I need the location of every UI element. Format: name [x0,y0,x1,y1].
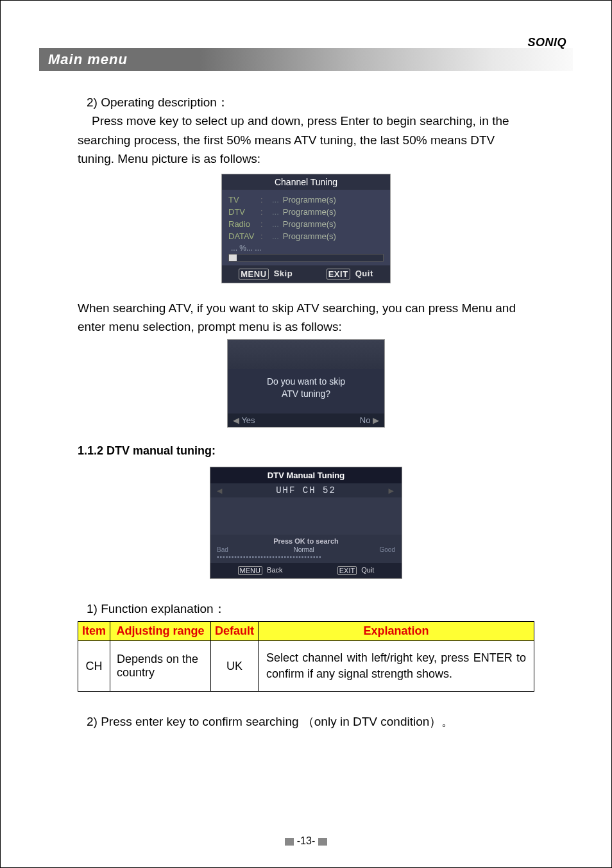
osd-row-value: Programme(s) [283,219,336,229]
osd-row-dtv: DTV : ... Programme(s) [228,206,384,218]
osd-progress-text: ... %... ... [228,242,384,254]
progress-bar [228,254,384,262]
subheading-dtv-manual: 1.1.2 DTV manual tuning: [39,440,573,464]
table-cell-item: CH [78,640,110,691]
dtv-quit-hint: EXIT Quit [337,566,375,575]
dtv-signal-normal: Normal [294,546,314,553]
menu-key-icon: MENU [238,566,262,575]
table-header-default: Default [210,621,258,640]
dtv-signal-bad: Bad [217,546,228,553]
skip-dialog-footer: Yes No [228,413,384,427]
table-header-explanation: Explanation [258,621,534,640]
table-cell-range: Depends on the country [110,640,211,691]
exit-key-icon: EXIT [337,566,357,575]
osd-skip-hint: MENU Skip [239,269,293,280]
osd-row-dots: ... [272,231,279,241]
skip-dialog-line1: Do you want to skip [228,376,384,388]
exit-key-icon: EXIT [327,269,350,280]
skip-dialog-top [228,340,384,369]
page-number: -13- [1,835,611,847]
document-page: SONIQ Main menu 2) Operating description… [1,1,611,749]
osd-row-dots: ... [272,207,279,217]
press-enter-paragraph: 2) Press enter key to confirm searching … [39,692,573,730]
osd-quit-hint: EXIT Quit [327,269,373,280]
skip-atv-dialog: Do you want to skip ATV tuning? Yes No [227,339,385,428]
title-bar-text: Main menu [48,51,128,67]
title-bar: Main menu [39,48,573,71]
osd-footer: MENU Skip EXIT Quit [222,265,390,283]
osd-row-value: Programme(s) [283,231,336,241]
section-2-paragraph: Press move key to select up and down, pr… [78,112,534,168]
dtv-channel-display: UHF CH 52 [210,483,402,497]
dtv-signal-labels: Bad Normal Good [210,546,402,553]
osd-title: Channel Tuning [222,174,390,190]
dtv-back-hint: MENU Back [238,566,283,575]
page-decor-left-icon [285,838,294,846]
atv-skip-paragraph: When searching ATV, if you want to skip … [39,299,573,337]
osd-row-value: Programme(s) [283,207,336,217]
osd-row-label: Radio [228,219,260,229]
table-cell-default: UK [210,640,258,691]
osd-row-value: Programme(s) [283,195,336,204]
dtv-quit-label: Quit [361,566,374,574]
osd-row-label: TV [228,195,260,204]
osd-row-datav: DATAV : ... Programme(s) [228,230,384,242]
section-2-heading: 2) Operating description： [87,93,534,112]
dtv-footer: MENU Back EXIT Quit [210,563,402,578]
progress-bar-fill [229,255,237,261]
osd-body: TV : ... Programme(s) DTV : ... Programm… [222,190,390,265]
dtv-press-ok: Press OK to search [210,535,402,546]
osd-row-dots: ... [272,195,279,204]
table-cell-explanation: Select channel with left/right key, pres… [258,640,534,691]
page-decor-right-icon [318,838,327,846]
osd-row-label: DTV [228,207,260,217]
function-explanation-heading: 1) Function explanation： [39,593,573,621]
osd-row-radio: Radio : ... Programme(s) [228,218,384,230]
table-row: CH Depends on the country UK Select chan… [78,640,534,691]
osd-row-colon: : [260,195,272,204]
osd-row-colon: : [260,207,272,217]
page-number-text: -13- [297,835,315,846]
dtv-empty-area [210,497,402,535]
table-header-range: Adjusting range [110,621,211,640]
dtv-back-label: Back [267,566,282,574]
dtv-signal-good: Good [380,546,395,553]
skip-dialog-no: No [360,415,379,425]
menu-key-icon: MENU [239,269,268,280]
osd-row-tv: TV : ... Programme(s) [228,194,384,206]
skip-dialog-line2: ATV tuning? [228,388,384,401]
osd-row-dots: ... [272,219,279,229]
dtv-signal-bar: ▪▪▪▪▪▪▪▪▪▪▪▪▪▪▪▪▪▪▪▪▪▪▪▪▪▪▪▪▪▪▪▪▪▪▪▪ [210,553,402,563]
channel-tuning-osd: Channel Tuning TV : ... Programme(s) DTV… [221,174,391,283]
osd-row-label: DATAV [228,231,260,241]
table-header-item: Item [78,621,110,640]
dtv-manual-tuning-osd: DTV Manual Tuning UHF CH 52 Press OK to … [210,467,402,579]
brand-logo: SONIQ [527,36,566,49]
osd-quit-label: Quit [355,269,373,278]
function-table: Item Adjusting range Default Explanation… [78,621,534,692]
dtv-title: DTV Manual Tuning [210,467,402,483]
osd-row-colon: : [260,231,272,241]
skip-dialog-yes: Yes [233,415,255,425]
osd-skip-label: Skip [274,269,293,278]
osd-row-colon: : [260,219,272,229]
table-header-row: Item Adjusting range Default Explanation [78,621,534,640]
body-text-block: 2) Operating description： Press move key… [39,93,573,169]
skip-dialog-body: Do you want to skip ATV tuning? [228,369,384,413]
